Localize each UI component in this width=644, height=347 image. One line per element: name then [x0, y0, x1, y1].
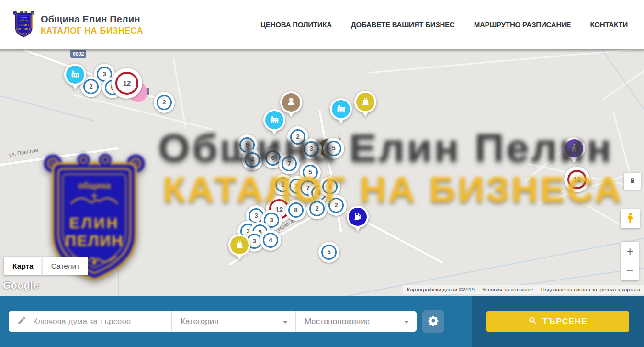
nav-item-3[interactable]: КОНТАКТИ [590, 21, 628, 29]
search-button-label: ТЪРСЕНЕ [542, 317, 588, 326]
brand-text: Община Елин Пелин КАТАЛОГ НА БИЗНЕСА [41, 14, 143, 36]
map-stream [595, 49, 644, 118]
map-road [603, 49, 644, 100]
location-label: Местоположение [305, 317, 370, 326]
lock-icon [629, 177, 636, 186]
chevron-down-icon [283, 321, 288, 324]
search-fields: Категория Местоположение [9, 311, 417, 332]
search-icon [528, 316, 537, 327]
factory-icon [336, 103, 346, 115]
cluster-count: 3 [252, 237, 256, 245]
cluster-count: 2 [162, 99, 166, 106]
site-subtitle: КАТАЛОГ НА БИЗНЕСА [41, 26, 143, 36]
google-logo[interactable]: Google [3, 280, 39, 291]
zoom-in-button[interactable]: + [621, 242, 639, 261]
map-attribution: Картографски данни ©2019 Условия за полз… [403, 285, 644, 294]
header: Община Елин Пелин КАТАЛОГ НА БИЗНЕСА ЦЕН… [0, 0, 644, 49]
map-type-map-button[interactable]: Карта [4, 257, 42, 275]
category-select[interactable]: Категория [171, 311, 295, 332]
cluster-marker[interactable]: 12 [112, 68, 142, 99]
keyword-field[interactable] [9, 311, 171, 332]
cluster-marker[interactable]: 5 [318, 242, 339, 263]
fuel-icon [353, 211, 363, 223]
map-road [172, 57, 186, 128]
factory-marker[interactable] [329, 97, 353, 127]
lock-map-button[interactable] [624, 173, 641, 190]
cluster-marker[interactable]: 2 [154, 92, 175, 113]
main-nav: ЦЕНОВА ПОЛИТИКАДОБАВЕТЕ ВАШИЯТ БИЗНЕСМАР… [260, 21, 632, 29]
road-number-badge: 6002 [70, 50, 86, 58]
search-button[interactable]: ТЪРСЕНЕ [486, 311, 629, 332]
pencil-icon [17, 316, 26, 327]
category-label: Категория [181, 317, 218, 326]
cluster-count: 4 [269, 236, 272, 244]
bag-marker[interactable] [227, 233, 251, 263]
attribution-report-link[interactable]: Подаване на сигнал за грешка в картата [541, 287, 640, 292]
cluster-count: 12 [123, 79, 131, 87]
map-type-satellite-button[interactable]: Сателит [42, 257, 88, 275]
map-road [369, 49, 644, 73]
keyword-input[interactable] [32, 316, 152, 327]
location-select[interactable]: Местоположение [295, 311, 417, 332]
zoom-out-button[interactable]: − [621, 261, 639, 280]
bag-icon [235, 239, 245, 251]
cluster-count: 5 [327, 248, 330, 256]
nav-item-1[interactable]: ДОБАВЕТЕ ВАШИЯТ БИЗНЕС [351, 21, 455, 29]
street-view-pegman-button[interactable] [621, 209, 640, 228]
site-title: Община Елин Пелин [41, 14, 143, 25]
municipality-logo-icon [12, 11, 35, 39]
nav-item-2[interactable]: МАРШРУТНО РАЗПИСАНИЕ [474, 21, 571, 29]
cluster-count: 3 [102, 70, 106, 78]
zoom-control: + − [621, 242, 639, 280]
watermark-subtitle: КАТАЛОГ НА БИЗНЕСА [163, 168, 623, 210]
bag-icon [361, 96, 371, 108]
cluster-count: 3 [270, 216, 273, 224]
map-type-control: Карта Сателит [4, 257, 88, 275]
gear-icon [428, 315, 439, 328]
cluster-count: 3 [254, 212, 258, 219]
factory-marker[interactable] [63, 63, 87, 92]
nav-item-0[interactable]: ЦЕНОВА ПОЛИТИКА [260, 21, 332, 29]
brand[interactable]: Община Елин Пелин КАТАЛОГ НА БИЗНЕСА [12, 11, 143, 39]
search-bar: Категория Местоположение ТЪРСЕНЕ [0, 296, 644, 347]
factory-icon [270, 114, 280, 126]
pegman-icon [624, 212, 636, 226]
factory-icon [70, 69, 80, 81]
chevron-down-icon [404, 321, 409, 324]
map-canvas[interactable]: ул. Преславбул. „Новоселция" 6002 325122… [0, 49, 644, 296]
settings-button[interactable] [422, 310, 444, 333]
attribution-terms-link[interactable]: Условия за ползване [482, 287, 533, 292]
watermark-title: Община Елин Пелин [158, 125, 613, 170]
bag-marker[interactable] [353, 90, 377, 120]
map-stream [0, 93, 94, 122]
search-panel: ТЪРСЕНЕ [472, 296, 644, 347]
worker-icon [286, 96, 296, 109]
street-label: ул. Преслав [8, 147, 38, 158]
page: Община Елин Пелин КАТАЛОГ НА БИЗНЕСА ЦЕН… [0, 0, 644, 347]
cluster-count: 2 [89, 83, 92, 90]
attribution-data: Картографски данни ©2019 [407, 287, 475, 292]
cluster-marker[interactable]: 4 [260, 230, 281, 251]
